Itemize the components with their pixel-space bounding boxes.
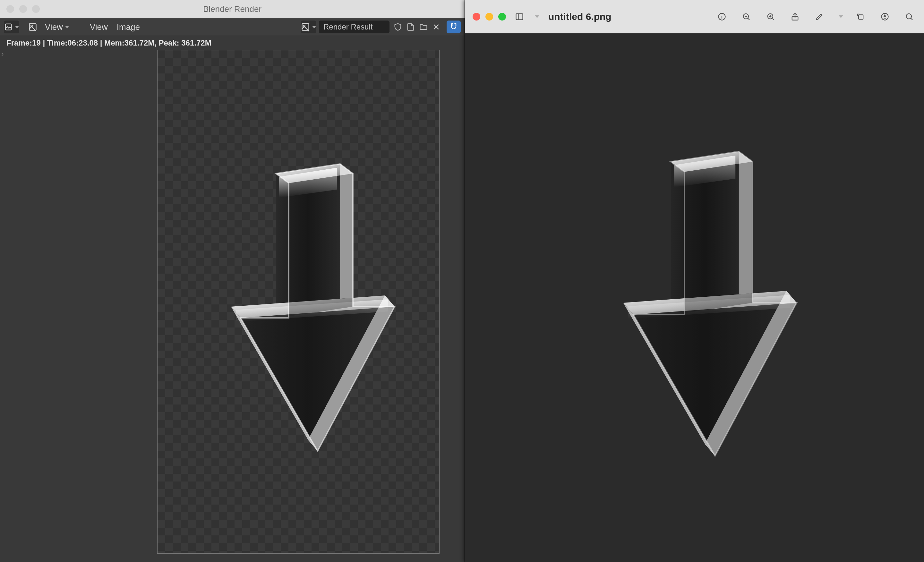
sidebar-menu[interactable] — [533, 10, 539, 24]
zoom-out-button[interactable] — [739, 10, 753, 24]
editor-type-dropdown[interactable] — [4, 21, 19, 33]
chevron-down-icon — [312, 25, 316, 28]
svg-marker-34 — [633, 303, 796, 456]
chevron-down-icon — [535, 15, 539, 18]
unlink-image-button[interactable] — [430, 21, 442, 33]
svg-rect-3 — [302, 24, 309, 30]
image-icon — [28, 22, 37, 31]
zoom-in-icon — [766, 12, 775, 21]
window-traffic-lights[interactable] — [6, 5, 40, 13]
render-result-frame — [157, 50, 440, 554]
highlight-button[interactable] — [878, 10, 892, 24]
highlighter-icon — [880, 12, 890, 21]
svg-point-23 — [906, 13, 912, 19]
document-title[interactable]: untitled 6.png — [548, 11, 612, 22]
markup-menu[interactable] — [837, 10, 843, 24]
share-button[interactable] — [788, 10, 802, 24]
display-mode-dropdown[interactable] — [25, 21, 40, 33]
shield-icon — [393, 22, 402, 31]
zoom-in-button[interactable] — [764, 10, 778, 24]
render-status-line: Frame:19 | Time:06:23.08 | Mem:361.72M, … — [0, 36, 465, 49]
view-menu-1[interactable]: View — [40, 21, 74, 33]
sidebar-expander[interactable]: › — [1, 50, 6, 55]
menu-label: Image — [117, 22, 140, 32]
traffic-close[interactable] — [472, 13, 480, 21]
traffic-minimize[interactable] — [19, 5, 27, 13]
info-button[interactable] — [715, 10, 729, 24]
window-title: Blender Render — [0, 4, 465, 14]
new-image-button[interactable] — [405, 21, 417, 33]
render-slot-name-input[interactable] — [319, 21, 390, 33]
folder-icon — [419, 22, 428, 31]
magnet-icon — [449, 22, 458, 31]
info-icon — [717, 12, 726, 21]
preview-titlebar[interactable]: untitled 6.png — [465, 0, 924, 33]
preview-image-canvas[interactable] — [465, 33, 924, 562]
blender-window: Blender Render View View Image — [0, 0, 465, 562]
pencil-icon — [815, 12, 824, 21]
menu-label: View — [90, 22, 108, 32]
chevron-down-icon — [65, 25, 69, 28]
search-button[interactable] — [902, 10, 916, 24]
svg-marker-33 — [684, 162, 752, 313]
view-menu-2[interactable]: View — [86, 21, 112, 33]
sidebar-toggle[interactable] — [512, 10, 526, 24]
image-editor-icon — [4, 22, 13, 31]
window-traffic-lights[interactable] — [472, 13, 506, 21]
traffic-close[interactable] — [6, 5, 14, 13]
svg-rect-1 — [30, 24, 36, 30]
svg-marker-15 — [241, 307, 394, 451]
svg-marker-14 — [289, 174, 353, 316]
zoom-out-icon — [742, 12, 751, 21]
new-file-icon — [406, 22, 415, 31]
traffic-zoom[interactable] — [32, 5, 40, 13]
fake-user-toggle[interactable] — [392, 21, 404, 33]
image-icon — [301, 22, 310, 31]
svg-rect-21 — [858, 15, 863, 19]
search-icon — [905, 12, 914, 21]
share-icon — [790, 12, 800, 21]
menu-label: View — [45, 22, 63, 32]
arrow-down-3d — [189, 141, 408, 462]
chevron-down-icon — [15, 25, 19, 28]
image-menu[interactable]: Image — [112, 21, 144, 33]
svg-rect-16 — [516, 13, 523, 19]
svg-rect-0 — [6, 24, 12, 30]
chevron-down-icon — [838, 15, 843, 18]
markup-button[interactable] — [812, 10, 826, 24]
blender-titlebar[interactable]: Blender Render — [0, 0, 465, 18]
preview-window: untitled 6.png — [465, 0, 924, 562]
rotate-icon — [856, 12, 865, 21]
close-icon — [432, 22, 441, 31]
traffic-minimize[interactable] — [485, 13, 493, 21]
open-image-button[interactable] — [418, 21, 429, 33]
image-browse-dropdown[interactable] — [301, 21, 316, 33]
rotate-button[interactable] — [854, 10, 867, 24]
sidebar-icon — [515, 12, 524, 21]
snap-toggle[interactable] — [447, 21, 461, 33]
blender-toolbar: View View Image — [0, 18, 465, 36]
image-viewport[interactable]: › — [0, 49, 465, 562]
traffic-zoom[interactable] — [498, 13, 506, 21]
render-image — [158, 50, 439, 553]
arrow-down-3d-preview — [570, 128, 820, 468]
